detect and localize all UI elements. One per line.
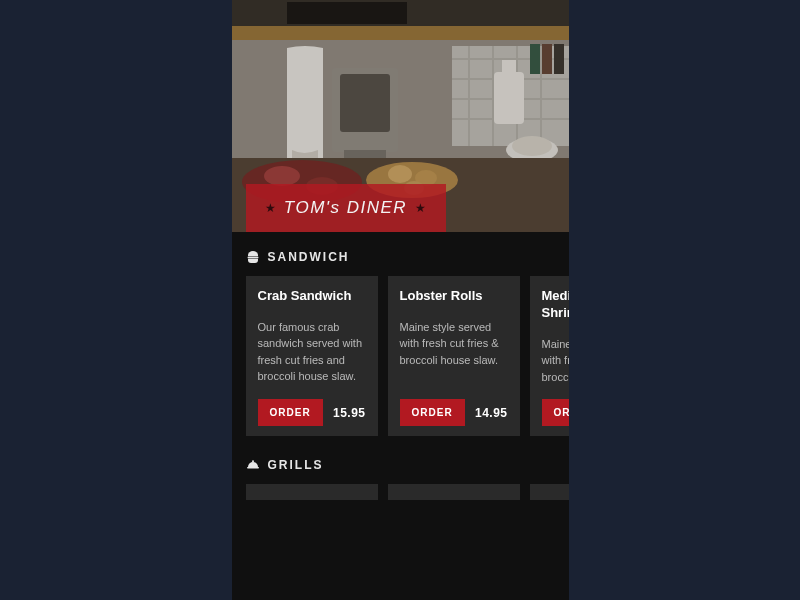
card-footer: ORDER 15.95: [258, 399, 366, 426]
menu-card[interactable]: [246, 484, 378, 500]
star-icon: ★: [265, 201, 276, 215]
menu-card[interactable]: Lobster Rolls Maine style served with fr…: [388, 276, 520, 436]
item-description: Maine style served with fresh cut fries …: [400, 319, 508, 385]
card-footer: ORDER 13.95: [542, 399, 569, 426]
item-description: Maine style served with fresh cut fries …: [542, 336, 569, 386]
svg-point-34: [252, 460, 254, 462]
menu-card[interactable]: [530, 484, 569, 500]
menu-card[interactable]: Mediterranean Shrimp Maine style served …: [530, 276, 569, 436]
burger-icon: [246, 250, 260, 264]
item-price: 14.95: [475, 406, 508, 420]
cloche-icon: [246, 458, 260, 472]
svg-rect-32: [247, 257, 258, 259]
section-title: SANDWICH: [268, 250, 350, 264]
app-frame: ★ TOM's DINER ★ SANDWICH Crab Sandwich O…: [232, 0, 569, 600]
item-name: Crab Sandwich: [258, 288, 366, 305]
order-button[interactable]: ORDER: [258, 399, 323, 426]
item-name: Mediterranean Shrimp: [542, 288, 569, 322]
grills-cards[interactable]: [246, 484, 569, 500]
restaurant-title: TOM's DINER: [284, 198, 407, 218]
item-price: 15.95: [333, 406, 366, 420]
star-icon: ★: [415, 201, 426, 215]
menu-card[interactable]: Crab Sandwich Our famous crab sandwich s…: [246, 276, 378, 436]
menu-card[interactable]: [388, 484, 520, 500]
svg-rect-33: [247, 467, 259, 469]
hero-image: ★ TOM's DINER ★: [232, 0, 569, 232]
order-button[interactable]: ORDER: [542, 399, 569, 426]
restaurant-banner: ★ TOM's DINER ★: [246, 184, 446, 232]
item-name: Lobster Rolls: [400, 288, 508, 305]
sandwich-cards[interactable]: Crab Sandwich Our famous crab sandwich s…: [246, 276, 569, 436]
section-header-grills: GRILLS: [246, 458, 555, 472]
order-button[interactable]: ORDER: [400, 399, 465, 426]
item-description: Our famous crab sandwich served with fre…: [258, 319, 366, 385]
menu-content: SANDWICH Crab Sandwich Our famous crab s…: [232, 232, 569, 500]
section-title: GRILLS: [268, 458, 324, 472]
section-header-sandwich: SANDWICH: [246, 250, 555, 264]
card-footer: ORDER 14.95: [400, 399, 508, 426]
